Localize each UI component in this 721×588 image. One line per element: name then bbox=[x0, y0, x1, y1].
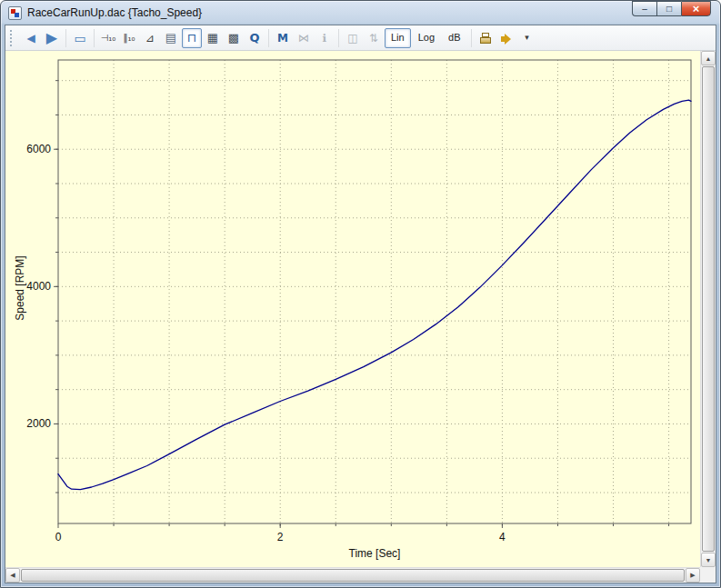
scroll-down-button[interactable]: ▼ bbox=[701, 553, 716, 567]
cursor-link-icon: ⋈ bbox=[294, 28, 314, 48]
db-scale-button[interactable]: dB bbox=[442, 28, 466, 48]
back-icon[interactable]: ◀ bbox=[21, 28, 41, 48]
toolbar-separator bbox=[471, 29, 472, 47]
close-button[interactable]: × bbox=[681, 1, 711, 16]
speaker-icon[interactable] bbox=[496, 28, 516, 48]
cursor-m-icon[interactable]: M bbox=[273, 28, 293, 48]
toolbar-separator bbox=[65, 29, 66, 47]
toolbar-separator bbox=[268, 29, 269, 47]
chart-svg: 024200040006000 bbox=[5, 51, 700, 567]
toolbar-overflow-button[interactable]: ▾ bbox=[517, 28, 537, 48]
scroll-right-button[interactable]: ▶ bbox=[686, 568, 700, 583]
app-icon bbox=[8, 6, 22, 20]
swap-axes-icon[interactable]: ⊿ bbox=[140, 28, 160, 48]
info-icon: ℹ bbox=[315, 28, 335, 48]
zoom-grid-in-icon[interactable]: ▦ bbox=[203, 28, 223, 48]
copy-display-icon[interactable]: ▭ bbox=[70, 28, 90, 48]
horizontal-scroll-thumb[interactable] bbox=[21, 569, 685, 582]
y-axis-scale-icon[interactable]: ‖₁₀ bbox=[119, 28, 139, 48]
toolbar-drag-handle[interactable] bbox=[10, 30, 15, 46]
scroll-left-button[interactable]: ◀ bbox=[5, 568, 20, 583]
app-window: RaceCarRunUp.dac {Tacho_Speed} – □ × ◀▶▭… bbox=[0, 0, 721, 588]
x-axis-scale-icon[interactable]: ⊣₁₀ bbox=[98, 28, 118, 48]
window-controls: – □ × bbox=[632, 1, 711, 16]
plot-border bbox=[58, 60, 691, 523]
step-plot-icon[interactable]: ⊓ bbox=[182, 28, 202, 48]
series-curve-Tacho_Speed bbox=[58, 100, 691, 489]
forward-icon[interactable]: ▶ bbox=[42, 28, 62, 48]
print-icon[interactable] bbox=[476, 28, 496, 48]
vertical-scroll-thumb[interactable] bbox=[702, 66, 715, 552]
y-tick-label: 2000 bbox=[26, 417, 51, 430]
titlebar[interactable]: RaceCarRunUp.dac {Tacho_Speed} bbox=[1, 1, 720, 25]
maximize-button[interactable]: □ bbox=[656, 1, 681, 16]
scrollbar-corner bbox=[700, 567, 716, 583]
vertical-scrollbar[interactable]: ▲ ▼ bbox=[700, 51, 716, 567]
y-axis-title: Speed [RPM] bbox=[14, 256, 26, 321]
y-tick-label: 4000 bbox=[26, 280, 51, 293]
zoom-grid-out-icon[interactable]: ▩ bbox=[224, 28, 244, 48]
anchor-cursor-icon: ⇅ bbox=[364, 28, 384, 48]
grid-lines-icon[interactable]: ▤ bbox=[161, 28, 181, 48]
horizontal-scrollbar[interactable]: ◀ ▶ bbox=[5, 567, 700, 583]
toolbar-separator bbox=[338, 29, 339, 47]
window-title: RaceCarRunUp.dac {Tacho_Speed} bbox=[27, 6, 202, 19]
toolbar: ◀▶▭⊣₁₀‖₁₀⊿▤⊓▦▩QM⋈ℹ◫⇅LinLogdB▾ bbox=[5, 25, 716, 51]
x-tick-label: 2 bbox=[277, 531, 284, 543]
y-tick-label: 6000 bbox=[26, 143, 51, 155]
marker-icon: ◫ bbox=[343, 28, 363, 48]
chart-area[interactable]: 024200040006000 Speed [RPM] Time [Sec] bbox=[5, 51, 700, 567]
x-tick-label: 4 bbox=[499, 531, 506, 543]
x-tick-label: 0 bbox=[55, 531, 62, 543]
scroll-up-button[interactable]: ▲ bbox=[701, 51, 716, 65]
window-content: ◀▶▭⊣₁₀‖₁₀⊿▤⊓▦▩QM⋈ℹ◫⇅LinLogdB▾ 0242000400… bbox=[5, 25, 716, 583]
x-axis-title: Time [Sec] bbox=[49, 547, 700, 560]
log-scale-button[interactable]: Log bbox=[412, 28, 441, 48]
toolbar-separator bbox=[94, 29, 95, 47]
minimize-button[interactable]: – bbox=[632, 1, 656, 16]
zoom-magnifier-icon[interactable]: Q bbox=[245, 28, 265, 48]
lin-scale-button[interactable]: Lin bbox=[385, 28, 411, 48]
